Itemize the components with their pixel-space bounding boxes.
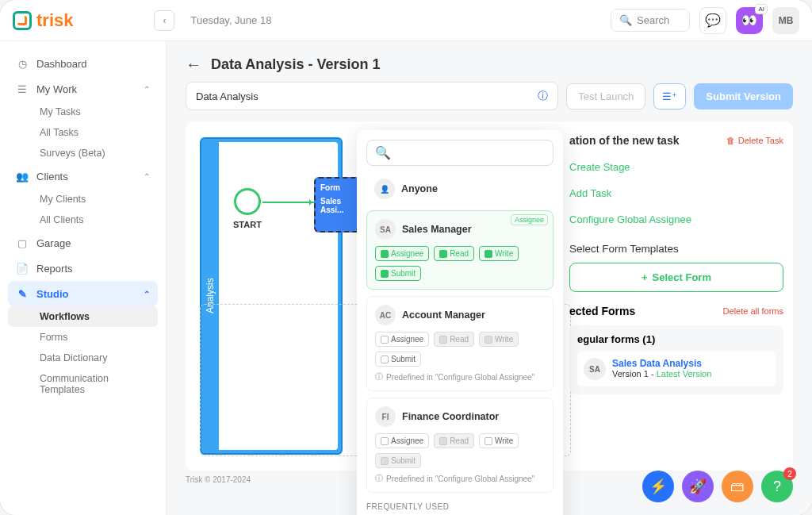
list-add-icon[interactable]: ☰⁺ [653, 83, 686, 110]
nav-workflows[interactable]: Workflows [8, 306, 158, 327]
dropdown-search-input[interactable]: 🔍 [366, 140, 553, 166]
chip-submit: Submit [375, 453, 421, 468]
assignee-option-sales-manager[interactable]: Assignee SASales Manager Assignee Read W… [366, 210, 553, 290]
fab-help[interactable]: ?2 [761, 471, 793, 502]
info-icon: ⓘ [375, 473, 383, 484]
fab-archive[interactable]: 🗃 [722, 471, 753, 502]
form-avatar: SA [584, 358, 606, 380]
chip-read[interactable]: Read [434, 246, 474, 261]
start-node[interactable]: START [233, 188, 262, 229]
info-icon: ⓘ [375, 371, 383, 382]
chip-write[interactable]: Write [479, 433, 519, 448]
select-form-button[interactable]: +Select Form [569, 263, 783, 292]
sidebar: ◷Dashboard ☰My Work⌃ My Tasks All Tasks … [0, 41, 167, 515]
trash-icon: 🗑 [726, 136, 735, 145]
nav-my-tasks[interactable]: My Tasks [8, 102, 158, 122]
add-task-link[interactable]: Add Task [569, 187, 783, 199]
assignee-tag: Assignee [511, 214, 548, 225]
logo-text: trisk [36, 10, 73, 31]
test-launch-button[interactable]: Test Launch [566, 83, 645, 110]
predefined-note: ⓘPredefined in "Configure Global Assigne… [375, 473, 545, 484]
assignee-option-account-manager[interactable]: ACAccount Manager Assignee Read Write Su… [366, 296, 553, 391]
assignee-option-finance[interactable]: FIFinance Coordinator Assignee Read Writ… [366, 398, 553, 493]
chip-assignee[interactable]: Assignee [375, 433, 429, 448]
panel-title: ation of the new task [569, 134, 679, 147]
create-stage-link[interactable]: Create Stage [569, 161, 783, 173]
nav-data-dictionary[interactable]: Data Dictionary [8, 348, 158, 368]
pen-icon: ✎ [16, 287, 29, 300]
task-config-panel: ation of the new task 🗑Delete Task Creat… [569, 131, 783, 461]
info-icon[interactable]: ⓘ [538, 89, 548, 103]
chip-assignee[interactable]: Assignee [375, 246, 429, 261]
submit-version-button[interactable]: Submit Version [694, 83, 793, 110]
nav-surveys[interactable]: Surveys (Beta) [8, 143, 158, 163]
logo-icon [13, 11, 32, 30]
plus-icon: + [642, 271, 648, 283]
selected-form-card[interactable]: SA Sales Data Analysis Version 1 - Lates… [577, 352, 776, 386]
regular-forms-label: egular forms (1) [577, 333, 776, 352]
global-search[interactable]: 🔍 Search [611, 9, 690, 32]
nav-garage[interactable]: ▢Garage [8, 230, 158, 256]
report-icon: 📄 [16, 262, 29, 275]
topbar-back-button[interactable]: ‹ [154, 10, 174, 31]
box-icon: ▢ [16, 236, 29, 249]
chevron-up-icon: ⌃ [144, 172, 150, 181]
fab-lightning[interactable]: ⚡ [642, 471, 674, 502]
chip-read: Read [434, 332, 474, 347]
search-icon: 🔍 [375, 145, 391, 160]
frequently-used-label: FREQUENTLY USED [366, 499, 553, 515]
nav-forms[interactable]: Forms [8, 327, 158, 348]
form-card-title: Sales Data Analysis [612, 358, 711, 369]
start-circle-icon [234, 188, 261, 215]
nav-all-clients[interactable]: All Clients [8, 209, 158, 230]
person-icon: 👤 [374, 179, 395, 199]
select-templates-label: Select Form Templates [569, 236, 783, 263]
chip-write[interactable]: Write [479, 246, 519, 261]
current-date: Tuesday, June 18 [190, 14, 271, 26]
page-title: Data Analysis - Version 1 [211, 56, 380, 73]
connector-line [262, 202, 314, 203]
search-placeholder: Search [637, 14, 669, 26]
notification-badge: 2 [783, 467, 796, 480]
selected-forms-label: ected Forms [569, 305, 635, 317]
nav-my-work[interactable]: ☰My Work⌃ [8, 76, 158, 102]
assignee-option-anyone[interactable]: 👤Anyone [366, 174, 553, 204]
nav-comm-templates[interactable]: Communication Templates [8, 368, 158, 400]
nav-studio[interactable]: ✎Studio⌃ [8, 281, 158, 306]
delete-all-forms-link[interactable]: Delete all forms [723, 306, 783, 316]
nav-all-tasks[interactable]: All Tasks [8, 122, 158, 143]
start-label: START [233, 220, 262, 229]
chevron-up-icon: ⌃ [144, 290, 150, 298]
chat-icon[interactable]: 💬 [699, 7, 726, 34]
gauge-icon: ◷ [16, 57, 29, 70]
workflow-name-value: Data Analysis [196, 90, 538, 102]
chevron-up-icon: ⌃ [144, 85, 150, 94]
nav-dashboard[interactable]: ◷Dashboard [8, 51, 158, 76]
chip-submit[interactable]: Submit [375, 266, 421, 281]
fab-rocket[interactable]: 🚀 [682, 471, 714, 502]
delete-task-link[interactable]: 🗑Delete Task [726, 136, 783, 145]
workflow-name-input[interactable]: Data Analysis ⓘ [186, 82, 558, 110]
chip-read: Read [434, 433, 474, 448]
chip-write: Write [479, 332, 519, 347]
people-icon: 👥 [16, 170, 29, 183]
ai-assistant-button[interactable]: 👀 [736, 7, 763, 34]
clipboard-icon: ☰ [16, 83, 29, 95]
chip-submit[interactable]: Submit [375, 352, 421, 367]
logo[interactable]: trisk [13, 10, 73, 31]
nav-reports[interactable]: 📄Reports [8, 256, 158, 281]
assignee-dropdown: 🔍 👤Anyone Assignee SASales Manager Assig… [357, 130, 563, 515]
chip-assignee[interactable]: Assignee [375, 332, 429, 347]
predefined-note: ⓘPredefined in "Configure Global Assigne… [375, 371, 545, 382]
nav-clients[interactable]: 👥Clients⌃ [8, 163, 158, 189]
search-icon: 🔍 [619, 14, 632, 26]
configure-global-assignee-link[interactable]: Configure Global Assignee [569, 213, 783, 225]
user-avatar[interactable]: MB [772, 7, 799, 34]
back-arrow-icon[interactable]: ← [186, 56, 201, 74]
nav-my-clients[interactable]: My Clients [8, 189, 158, 209]
